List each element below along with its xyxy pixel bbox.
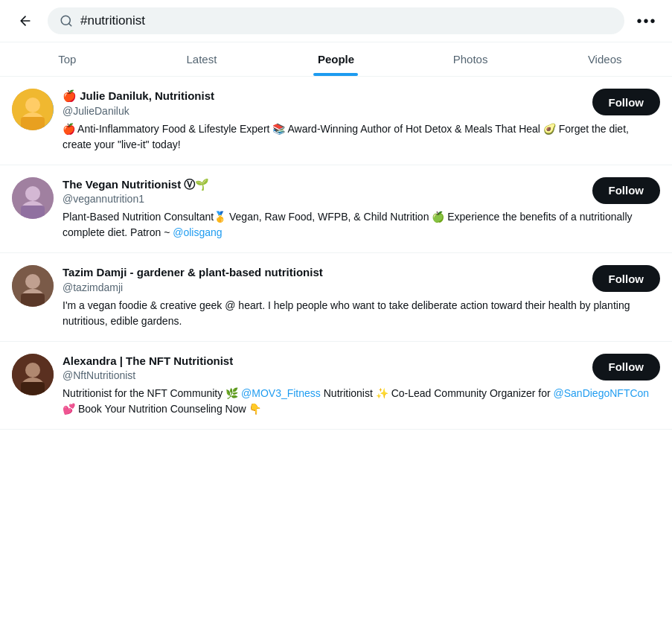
tab-videos[interactable]: Videos <box>537 42 672 76</box>
name-block: Tazim Damji - gardener & plant-based nut… <box>63 265 586 293</box>
list-item: 🍎 Julie Daniluk, Nutritionist @JulieDani… <box>0 77 672 165</box>
svg-point-10 <box>25 274 40 289</box>
name-block: Alexandra | The NFT Nutritionist @NftNut… <box>63 354 586 382</box>
name-block: 🍎 Julie Daniluk, Nutritionist @JulieDani… <box>63 89 586 117</box>
name-row: Tazim Damji - gardener & plant-based nut… <box>63 265 660 293</box>
tab-latest[interactable]: Latest <box>135 42 269 76</box>
display-name: Tazim Damji - gardener & plant-based nut… <box>63 265 586 280</box>
bio: Nutritionist for the NFT Community 🌿 @MO… <box>63 386 660 417</box>
name-row: Alexandra | The NFT Nutritionist @NftNut… <box>63 354 660 382</box>
avatar-image <box>12 265 54 307</box>
avatar-image <box>12 177 54 219</box>
svg-point-14 <box>25 363 40 378</box>
list-item: Alexandra | The NFT Nutritionist @NftNut… <box>0 342 672 430</box>
person-info: Tazim Damji - gardener & plant-based nut… <box>63 265 660 329</box>
username: @NftNutritionist <box>63 369 586 381</box>
svg-point-2 <box>25 98 40 112</box>
svg-rect-12 <box>21 293 45 307</box>
avatar-image <box>12 354 54 395</box>
tabs-bar: Top Latest People Photos Videos <box>0 42 672 77</box>
avatar[interactable] <box>12 89 54 130</box>
follow-button[interactable]: Follow <box>592 354 661 381</box>
list-item: Tazim Damji - gardener & plant-based nut… <box>0 253 672 342</box>
svg-rect-8 <box>21 206 45 219</box>
search-input[interactable] <box>80 13 612 28</box>
username: @vegannutrition1 <box>63 193 586 205</box>
username: @JulieDaniluk <box>63 105 586 117</box>
search-bar[interactable] <box>48 7 624 34</box>
display-name: Alexandra | The NFT Nutritionist <box>63 354 586 369</box>
username: @tazimdamji <box>63 281 586 293</box>
bio: Plant-Based Nutrition Consultant🥇 Vegan,… <box>63 209 660 241</box>
search-icon <box>60 14 73 28</box>
svg-rect-16 <box>21 382 45 395</box>
avatar[interactable] <box>12 265 54 307</box>
mention-link[interactable]: @olisgang <box>173 226 222 238</box>
list-item: The Vegan Nutritionist Ⓥ🌱 @vegannutritio… <box>0 165 672 254</box>
back-button[interactable] <box>12 7 39 34</box>
more-button[interactable]: ••• <box>633 7 660 34</box>
person-info: Alexandra | The NFT Nutritionist @NftNut… <box>63 354 660 418</box>
name-block: The Vegan Nutritionist Ⓥ🌱 @vegannutritio… <box>63 177 586 206</box>
name-row: The Vegan Nutritionist Ⓥ🌱 @vegannutritio… <box>63 177 660 206</box>
follow-button[interactable]: Follow <box>592 265 661 292</box>
mention-link[interactable]: @SanDiegoNFTCon <box>554 387 650 399</box>
tab-people[interactable]: People <box>269 42 403 76</box>
person-info: The Vegan Nutritionist Ⓥ🌱 @vegannutritio… <box>63 177 660 241</box>
svg-point-6 <box>25 186 40 201</box>
svg-rect-4 <box>21 117 45 130</box>
bio: 🍎 Anti-Inflammatory Food & Lifestyle Exp… <box>63 121 660 153</box>
avatar[interactable] <box>12 354 54 395</box>
bio: I'm a vegan foodie & creative geek @ hea… <box>63 298 660 329</box>
display-name: The Vegan Nutritionist Ⓥ🌱 <box>63 177 586 192</box>
person-info: 🍎 Julie Daniluk, Nutritionist @JulieDani… <box>63 89 660 153</box>
display-name: 🍎 Julie Daniluk, Nutritionist <box>63 89 586 104</box>
follow-button[interactable]: Follow <box>592 177 661 204</box>
header: ••• <box>0 0 672 42</box>
mention-link[interactable]: @MOV3_Fitness <box>241 387 321 399</box>
name-row: 🍎 Julie Daniluk, Nutritionist @JulieDani… <box>63 89 660 117</box>
tab-photos[interactable]: Photos <box>403 42 538 76</box>
follow-button[interactable]: Follow <box>592 89 661 115</box>
tab-top[interactable]: Top <box>0 42 135 76</box>
avatar[interactable] <box>12 177 54 219</box>
more-icon: ••• <box>636 13 656 30</box>
avatar-image <box>12 89 54 130</box>
